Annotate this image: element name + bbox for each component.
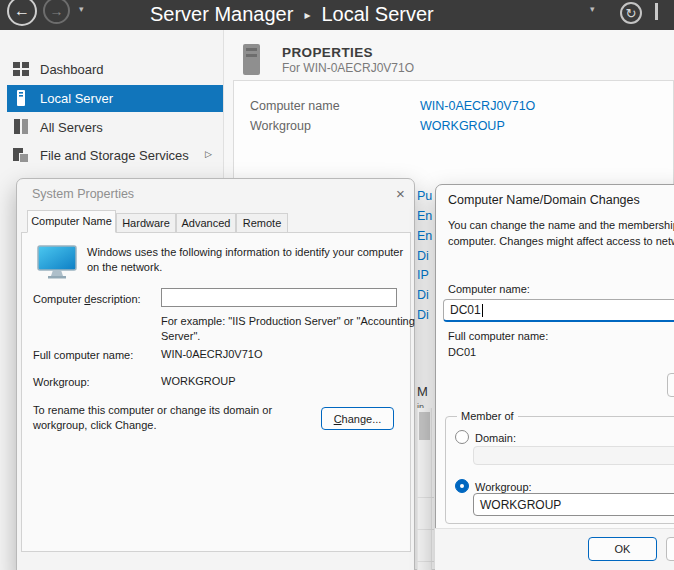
member-of-label: Member of	[457, 410, 518, 422]
change-button[interactable]: Change...	[321, 407, 394, 430]
full-computer-name-value: WIN-0AECRJ0V71O	[161, 348, 262, 360]
dialog-title: Computer Name/Domain Changes	[448, 193, 640, 207]
sidebar-item-label: Local Server	[40, 91, 113, 106]
computer-description-label: Computer description:	[33, 292, 141, 307]
ok-button[interactable]: OK	[588, 537, 657, 561]
workgroup-input-value: WORKGROUP	[480, 498, 561, 512]
clipped-value-link[interactable]: Pu	[417, 189, 432, 203]
divider	[416, 497, 434, 498]
computer-name-domain-changes-dialog: Computer Name/Domain Changes You can cha…	[435, 184, 674, 570]
clipped-value-link[interactable]: En	[417, 209, 432, 223]
refresh-icon: ↻	[626, 6, 637, 21]
sidebar-item-local-server[interactable]: Local Server	[7, 85, 223, 112]
properties-heading: PROPERTIES	[282, 45, 373, 60]
clipped-value-link[interactable]: IP	[417, 268, 429, 282]
dialog-info-line1: You can change the name and the membersh…	[448, 218, 674, 233]
breadcrumb-current: Local Server	[321, 3, 433, 25]
dashboard-icon	[13, 61, 29, 77]
tab-remote[interactable]: Remote	[236, 213, 288, 233]
scrollbar-thumb[interactable]	[419, 412, 430, 440]
nav-history-dropdown-icon[interactable]: ▾	[79, 4, 84, 14]
tab-advanced[interactable]: Advanced	[176, 213, 236, 233]
workgroup-link[interactable]: WORKGROUP	[420, 119, 505, 133]
toolbar-dropdown-icon[interactable]: ▾	[590, 4, 595, 14]
app-title: Server Manager	[150, 3, 293, 25]
property-label: Workgroup	[250, 119, 311, 133]
sidebar-item-file-storage-services[interactable]: File and Storage Services ▷	[7, 142, 223, 169]
divider	[416, 561, 434, 562]
cancel-button[interactable]	[666, 537, 674, 561]
expand-chevron-icon[interactable]: ▷	[205, 149, 212, 159]
domain-label: Domain:	[475, 431, 516, 446]
tab-hardware[interactable]: Hardware	[116, 213, 176, 233]
workgroup-value: WORKGROUP	[161, 375, 236, 387]
computer-name-link[interactable]: WIN-0AECRJ0V71O	[420, 99, 535, 113]
clipped-value-link[interactable]: Di	[417, 288, 429, 302]
titlebar: ← → ▾ Server Manager▸Local Server ▾ ↻	[0, 0, 674, 30]
workgroup-radio[interactable]	[455, 479, 469, 493]
more-button[interactable]	[667, 373, 674, 397]
file-storage-services-icon	[13, 147, 29, 163]
computer-name-input-value: DC01	[450, 303, 481, 317]
forward-button[interactable]: →	[43, 0, 70, 24]
tab-page	[21, 232, 411, 552]
server-properties-icon	[240, 44, 263, 75]
server-manager-window: ← → ▾ Server Manager▸Local Server ▾ ↻ Da…	[0, 0, 674, 570]
domain-input[interactable]	[473, 446, 674, 465]
refresh-button[interactable]: ↻	[620, 2, 642, 24]
computer-description-input[interactable]	[161, 288, 397, 307]
panel-scrollbar[interactable]	[417, 408, 432, 570]
full-computer-name-value: DC01	[448, 346, 476, 358]
computer-name-input[interactable]: DC01	[443, 299, 674, 322]
clipped-value-link[interactable]: Di	[417, 308, 429, 322]
forward-icon: →	[50, 3, 64, 19]
clipped-value-link[interactable]: Di	[417, 249, 429, 263]
notifications-flag-icon[interactable]	[655, 3, 658, 20]
sidebar-item-label: All Servers	[40, 120, 103, 135]
identify-info-text: Windows uses the following information t…	[87, 245, 405, 275]
description-example-text: For example: "IIS Production Server" or …	[161, 314, 416, 344]
sidebar-item-all-servers[interactable]: All Servers	[7, 114, 223, 141]
divider	[416, 529, 434, 530]
computer-monitor-icon	[37, 245, 79, 279]
all-servers-icon	[13, 119, 29, 135]
sidebar-item-dashboard[interactable]: Dashboard	[7, 56, 223, 83]
local-server-icon	[13, 90, 29, 106]
computer-name-label: Computer name:	[448, 282, 530, 297]
close-icon[interactable]: ×	[396, 185, 405, 202]
breadcrumb: Server Manager▸Local Server	[150, 0, 434, 30]
rename-hint-text: To rename this computer or change its do…	[33, 403, 315, 433]
domain-radio[interactable]	[455, 430, 469, 444]
text-caret	[482, 304, 483, 317]
clipped-value-link[interactable]: En	[417, 229, 432, 243]
dialog-info-line2: computer. Changes might affect access to…	[448, 234, 674, 249]
property-label: Computer name	[250, 99, 340, 113]
properties-subheading: For WIN-0AECRJ0V71O	[282, 61, 414, 75]
full-computer-name-label: Full computer name:	[448, 329, 548, 344]
back-icon: ←	[14, 2, 30, 20]
sidebar-item-label: File and Storage Services	[40, 148, 189, 163]
clipped-text: M	[417, 384, 428, 399]
full-computer-name-label: Full computer name:	[33, 348, 133, 363]
system-properties-dialog: System Properties × Computer Name Hardwa…	[16, 178, 415, 570]
back-button[interactable]: ←	[7, 0, 37, 26]
dialog-title: System Properties	[32, 187, 134, 201]
sidebar-item-label: Dashboard	[40, 62, 104, 77]
tab-computer-name[interactable]: Computer Name	[27, 210, 116, 233]
workgroup-input[interactable]: WORKGROUP	[473, 493, 674, 516]
breadcrumb-separator-icon: ▸	[304, 8, 310, 22]
workgroup-label: Workgroup:	[33, 375, 90, 390]
